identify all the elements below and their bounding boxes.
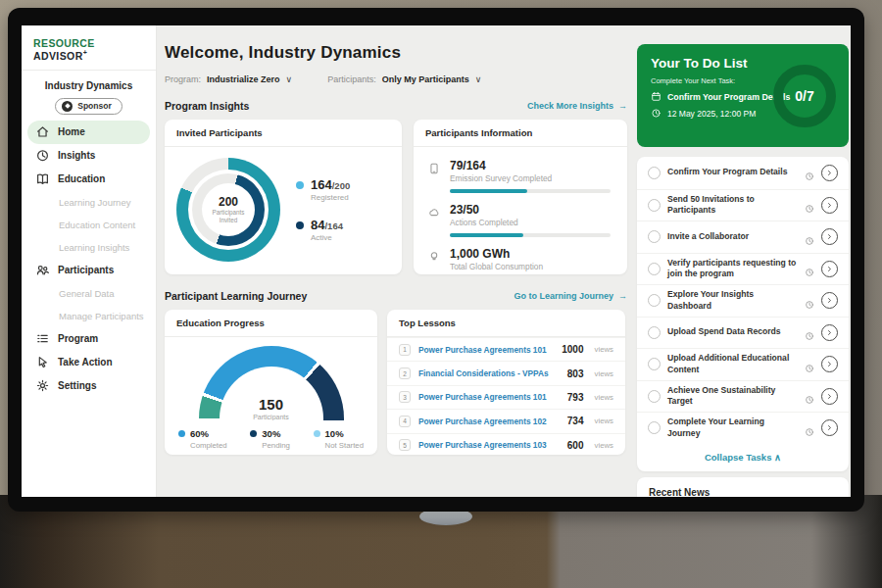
task-row: Verify participants requesting to join t… bbox=[637, 253, 849, 285]
gear-icon bbox=[35, 378, 50, 393]
list-icon bbox=[35, 331, 50, 346]
task-checkbox[interactable] bbox=[648, 294, 661, 307]
lesson-link[interactable]: Power Purchase Agreements 101 bbox=[418, 392, 560, 402]
check-more-insights-link[interactable]: Check More Insights → bbox=[527, 101, 627, 111]
lesson-link[interactable]: Power Purchase Agreements 102 bbox=[418, 416, 560, 426]
chevron-down-icon: ∨ bbox=[286, 74, 293, 84]
logo-primary: RESOURCE bbox=[33, 37, 95, 49]
task-list-card: Confirm Your Program Details Send 50 Inv… bbox=[637, 157, 849, 471]
sidebar-item-home[interactable]: Home bbox=[27, 121, 150, 144]
task-checkbox[interactable] bbox=[648, 358, 661, 370]
legend-dot bbox=[314, 430, 320, 437]
task-checkbox[interactable] bbox=[648, 263, 661, 275]
home-icon bbox=[35, 124, 50, 139]
chevron-down-icon: ∨ bbox=[475, 74, 482, 84]
sidebar-item-learning-insights[interactable]: Learning Insights bbox=[22, 236, 156, 259]
progress-track bbox=[450, 233, 611, 237]
sidebar-item-general-data[interactable]: General Data bbox=[22, 282, 156, 305]
recent-news-title: Recent News bbox=[649, 487, 837, 498]
card-title: Education Progress bbox=[165, 310, 377, 337]
gauge-center-label: Participants bbox=[199, 414, 344, 420]
lesson-row: 2 Financial Considerations - VPPAs 803vi… bbox=[387, 361, 625, 384]
lesson-link[interactable]: Power Purchase Agreements 103 bbox=[418, 440, 560, 450]
legend-dot bbox=[296, 181, 304, 189]
actions-icon bbox=[427, 206, 441, 220]
task-row: Explore Your Insights Dashboard bbox=[637, 284, 849, 317]
gauge-center-value: 150 bbox=[199, 397, 344, 412]
sidebar-item-education[interactable]: Education bbox=[22, 168, 156, 191]
sidebar-item-learning-journey[interactable]: Learning Journey bbox=[22, 191, 156, 214]
donut-center-value: 200 bbox=[219, 195, 238, 209]
lesson-link[interactable]: Power Purchase Agreements 101 bbox=[418, 345, 554, 355]
logo-plus: + bbox=[83, 49, 88, 56]
legend-item-completed: 60% Completed bbox=[178, 428, 227, 450]
app-logo: RESOURCE ADVISOR+ bbox=[22, 25, 156, 71]
section-title: Participant Learning Journey bbox=[165, 290, 307, 302]
go-to-learning-journey-link[interactable]: Go to Learning Journey → bbox=[514, 291, 627, 301]
lesson-link[interactable]: Financial Considerations - VPPAs bbox=[418, 368, 560, 378]
sidebar-item-insights[interactable]: Insights bbox=[22, 144, 156, 168]
invited-participants-card: Invited Participants 200 Participants In… bbox=[165, 120, 402, 274]
todo-column: Your To Do List Complete Your Next Task:… bbox=[637, 25, 849, 497]
task-checkbox[interactable] bbox=[648, 326, 661, 339]
task-open-button[interactable] bbox=[821, 197, 838, 214]
sponsor-label: Sponsor bbox=[77, 101, 111, 111]
rank-badge: 1 bbox=[399, 344, 411, 356]
sidebar-item-program[interactable]: Program bbox=[22, 327, 156, 351]
task-open-button[interactable] bbox=[821, 356, 838, 372]
collapse-tasks-link[interactable]: Collapse Tasks ∧ bbox=[637, 444, 849, 471]
task-checkbox[interactable] bbox=[648, 421, 661, 434]
todo-progress-value: 0/7 bbox=[795, 88, 813, 104]
task-checkbox[interactable] bbox=[648, 167, 661, 179]
task-open-button[interactable] bbox=[821, 419, 838, 436]
top-lessons-card: Top Lessons 1 Power Purchase Agreements … bbox=[387, 310, 625, 455]
task-checkbox[interactable] bbox=[648, 390, 661, 403]
legend-item-active: 84/164 Active bbox=[296, 218, 350, 242]
legend-item-registered: 164/200 Registered bbox=[296, 177, 350, 202]
clock-icon bbox=[805, 168, 814, 177]
gauge-legend: 60% Completed 30% Pending 10% Not Starte… bbox=[165, 420, 377, 450]
main-content: Welcome, Industry Dynamics Program: Indu… bbox=[165, 25, 627, 455]
page-title: Welcome, Industry Dynamics bbox=[165, 43, 627, 63]
sidebar-item-education-content[interactable]: Education Content bbox=[22, 214, 156, 236]
scene: RESOURCE ADVISOR+ Industry Dynamics Spon… bbox=[0, 0, 882, 588]
task-checkbox[interactable] bbox=[648, 199, 661, 212]
participants-dropdown[interactable]: Participants: Only My Participants ∨ bbox=[327, 74, 481, 84]
progress-fill bbox=[450, 233, 523, 237]
task-open-button[interactable] bbox=[821, 228, 838, 245]
task-open-button[interactable] bbox=[821, 324, 838, 341]
lesson-row: 5 Power Purchase Agreements 103 600views bbox=[387, 433, 625, 455]
bulb-icon bbox=[427, 250, 441, 264]
metric-consumption: 1,000 GWh Total Global Consumption bbox=[427, 239, 613, 273]
sidebar-item-take-action[interactable]: Take Action bbox=[22, 351, 156, 374]
app-window: RESOURCE ADVISOR+ Industry Dynamics Spon… bbox=[22, 25, 851, 497]
due-date: 12 May 2025, 12:00 PM bbox=[667, 109, 756, 119]
legend-dot bbox=[296, 221, 304, 229]
task-checkbox[interactable] bbox=[648, 230, 661, 243]
rank-badge: 3 bbox=[399, 391, 411, 403]
cursor-action-icon bbox=[35, 355, 50, 369]
lesson-row: 4 Power Purchase Agreements 102 734views bbox=[387, 409, 625, 432]
people-icon bbox=[35, 263, 50, 277]
sponsor-badge: Sponsor bbox=[55, 98, 122, 115]
task-row: Complete Your Learning Journey bbox=[637, 412, 849, 444]
clock-icon bbox=[805, 232, 814, 242]
book-icon bbox=[35, 172, 50, 186]
calendar-icon bbox=[651, 91, 662, 102]
task-open-button[interactable] bbox=[821, 292, 838, 309]
task-open-button[interactable] bbox=[821, 261, 838, 277]
program-dropdown[interactable]: Program: Industrialize Zero ∨ bbox=[165, 74, 292, 84]
progress-fill bbox=[450, 189, 527, 193]
sidebar-item-manage-participants[interactable]: Manage Participants bbox=[22, 305, 156, 327]
sidebar-item-participants[interactable]: Participants bbox=[22, 259, 156, 282]
task-open-button[interactable] bbox=[821, 165, 838, 181]
section-title: Program Insights bbox=[165, 100, 249, 112]
survey-icon bbox=[427, 162, 441, 175]
education-gauge-chart: 150 Participants bbox=[199, 346, 344, 420]
sidebar-item-settings[interactable]: Settings bbox=[22, 374, 156, 398]
task-open-button[interactable] bbox=[821, 388, 838, 405]
clock-icon bbox=[805, 391, 814, 401]
filters-row: Program: Industrialize Zero ∨ Participan… bbox=[165, 74, 627, 84]
clock-icon bbox=[805, 360, 814, 369]
rank-badge: 2 bbox=[399, 368, 411, 379]
